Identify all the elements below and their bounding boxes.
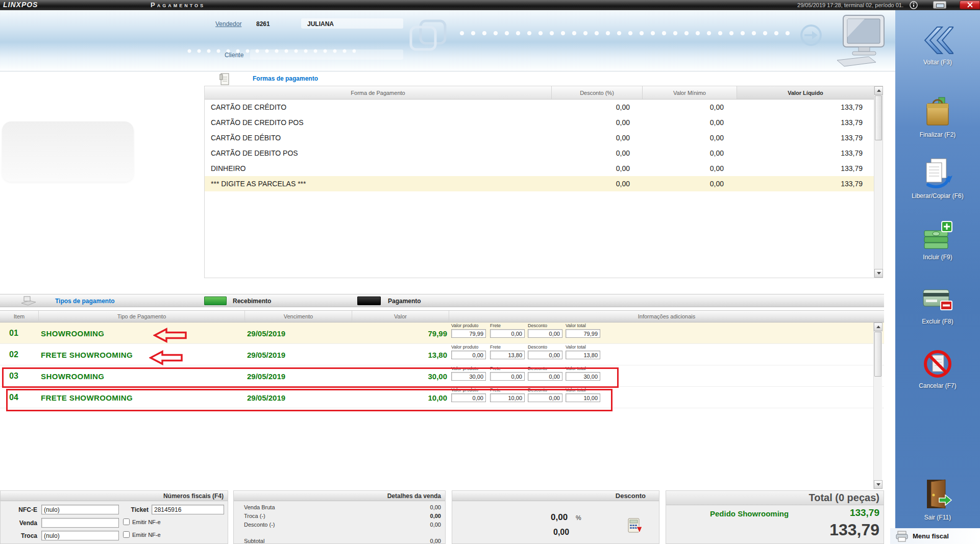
valor-total-field[interactable]: 13,80 xyxy=(566,351,600,359)
liberar-copiar-button[interactable]: Liberar/Copiar (F6) xyxy=(895,157,980,200)
payment-method-row[interactable]: CARTÃO DE DÉBITO 0,00 0,00 133,79 xyxy=(205,130,874,145)
total-value: 133,79 xyxy=(829,521,879,539)
ticket-input[interactable] xyxy=(152,505,224,514)
exit-door-icon xyxy=(923,479,952,510)
payment-method-row[interactable]: CARTÃO DE CREDITO POS 0,00 0,00 133,79 xyxy=(205,115,874,130)
vendedor-name: JULIANA xyxy=(307,20,334,28)
scroll-down-button[interactable] xyxy=(874,269,883,278)
valor-produto-field[interactable]: 79,99 xyxy=(451,329,486,338)
column-header[interactable]: Desconto (%) xyxy=(552,86,643,99)
sublabel-frete: Frete xyxy=(490,387,528,393)
excluir-button[interactable]: Excluir (F8) xyxy=(895,286,980,325)
scroll-down-button[interactable] xyxy=(874,480,883,489)
items-scrollbar[interactable] xyxy=(873,323,882,489)
column-header[interactable]: Valor Líquido xyxy=(737,86,874,99)
column-header[interactable]: Item xyxy=(0,311,39,322)
scroll-up-button[interactable] xyxy=(874,323,883,331)
desconto-field[interactable]: 0,00 xyxy=(528,393,562,402)
scroll-up-button[interactable] xyxy=(874,86,883,95)
vendedor-label[interactable]: Vendedor xyxy=(215,20,241,28)
menu-fiscal-button[interactable]: Menu fiscal xyxy=(890,528,980,544)
payment-item-row[interactable]: 04 FRETE SHOWROOMING 29/05/2019 10,00 Va… xyxy=(0,387,884,408)
info-icon[interactable] xyxy=(910,1,918,9)
column-header[interactable]: Valor xyxy=(352,311,449,322)
cliente-field[interactable] xyxy=(250,50,403,60)
incluir-button[interactable]: Incluir (F9) xyxy=(895,220,980,261)
minimize-button[interactable] xyxy=(933,1,946,9)
emitir-nfe-checkbox-venda[interactable] xyxy=(123,518,130,525)
payment-method-liquido: 133,79 xyxy=(737,176,874,191)
desconto-percent-value[interactable]: 0,00 xyxy=(551,512,568,523)
close-button[interactable] xyxy=(960,1,980,9)
emitir-nfe-checkbox-troca[interactable] xyxy=(123,531,130,538)
cliente-label[interactable]: Cliente xyxy=(225,52,243,59)
nfce-input[interactable] xyxy=(41,505,119,514)
frete-field[interactable]: 10,00 xyxy=(490,393,525,402)
desconto-field[interactable]: 0,00 xyxy=(528,372,562,381)
menu-fiscal-label: Menu fiscal xyxy=(913,532,949,540)
formas-section-title: Formas de pagamento xyxy=(253,75,318,82)
desconto-title: Desconto xyxy=(452,491,659,501)
payment-item-row[interactable]: 01 SHOWROOMING 29/05/2019 79,99 Valor pr… xyxy=(0,323,884,344)
frete-field[interactable]: 0,00 xyxy=(490,372,525,381)
payment-method-liquido: 133,79 xyxy=(737,145,874,161)
payment-method-desconto: 0,00 xyxy=(552,100,643,115)
payment-method-row[interactable]: DINHEIRO 0,00 0,00 133,79 xyxy=(205,161,874,176)
sublabel-desconto: Desconto xyxy=(528,365,566,372)
divider xyxy=(0,71,895,71)
triangle-up-icon xyxy=(876,326,880,328)
sair-button[interactable]: Sair (F11) xyxy=(895,479,980,521)
scroll-thumb[interactable] xyxy=(875,95,882,140)
excluir-label: Excluir (F8) xyxy=(895,318,980,325)
sublabel-valor-produto: Valor produto xyxy=(451,387,489,393)
forward-arrow-icon[interactable] xyxy=(799,23,823,49)
payment-method-name: CARTÃO DE CRÉDITO xyxy=(205,100,552,115)
cancelar-label: Cancelar (F7) xyxy=(895,382,980,389)
linxpos-window: LINXPOS Pagamentos 29/05/2019 17:28, ter… xyxy=(0,0,980,544)
payment-item-row[interactable]: 03 SHOWROOMING 29/05/2019 30,00 Valor pr… xyxy=(0,365,884,387)
incluir-label: Incluir (F9) xyxy=(895,254,980,261)
payment-method-minimo: 0,00 xyxy=(643,115,737,130)
sublabel-valor-total: Valor total xyxy=(566,387,603,393)
payment-method-row[interactable]: CARTÃO DE DEBITO POS 0,00 0,00 133,79 xyxy=(205,145,874,161)
formas-scrollbar[interactable] xyxy=(874,86,883,278)
column-header[interactable]: Tipo de Pagamento xyxy=(39,311,245,322)
pagamento-label: Pagamento xyxy=(388,298,421,305)
payment-method-liquido: 133,79 xyxy=(737,161,874,176)
column-header[interactable]: Vencimento xyxy=(245,311,352,322)
valor-produto-field[interactable]: 0,00 xyxy=(451,393,486,402)
frete-field[interactable]: 13,80 xyxy=(490,351,525,359)
desconto-field[interactable]: 0,00 xyxy=(528,351,562,359)
ticket-label: Ticket xyxy=(123,506,149,513)
valor-total-field[interactable]: 79,99 xyxy=(566,329,600,338)
cancelar-button[interactable]: Cancelar (F7) xyxy=(895,349,980,389)
item-valor: 10,00 xyxy=(428,393,447,402)
column-header[interactable]: Informações adicionais xyxy=(449,311,884,322)
payment-method-row-selected[interactable]: *** DIGITE AS PARCELAS *** 0,00 0,00 133… xyxy=(205,176,874,191)
troca-input[interactable] xyxy=(41,531,119,540)
printer-icon xyxy=(895,531,909,542)
finalizar-button[interactable]: Finalizar (F2) xyxy=(895,96,980,138)
discount-calculator-icon[interactable] xyxy=(627,517,643,536)
item-number: 01 xyxy=(9,329,18,338)
frete-field[interactable]: 0,00 xyxy=(490,329,525,338)
column-header[interactable]: Forma de Pagamento xyxy=(205,86,552,99)
payment-method-row[interactable]: CARTÃO DE CRÉDITO 0,00 0,00 133,79 xyxy=(205,100,874,115)
desconto-field[interactable]: 0,00 xyxy=(528,329,562,338)
sublabel-frete: Frete xyxy=(490,344,528,351)
desconto-value[interactable]: 0,00 xyxy=(553,528,569,537)
total-panel: Total (0 peças) Pedido Showrooming 133,7… xyxy=(666,490,884,544)
sair-label: Sair (F11) xyxy=(895,514,980,521)
valor-total-field[interactable]: 10,00 xyxy=(566,393,600,402)
valor-total-field[interactable]: 30,00 xyxy=(566,372,600,381)
payment-method-desconto: 0,00 xyxy=(552,161,643,176)
venda-bruta-label: Venda Bruta xyxy=(244,504,275,510)
scroll-thumb[interactable] xyxy=(874,332,881,377)
column-header[interactable]: Valor Mínimo xyxy=(643,86,737,99)
decorative-dots-row xyxy=(459,31,796,36)
voltar-button[interactable]: Voltar (F3) xyxy=(895,26,980,66)
valor-produto-field[interactable]: 0,00 xyxy=(451,351,486,359)
valor-produto-field[interactable]: 30,00 xyxy=(451,372,486,381)
venda-input[interactable] xyxy=(41,518,119,528)
payment-item-row[interactable]: 02 FRETE SHOWROOMING 29/05/2019 13,80 Va… xyxy=(0,344,884,365)
